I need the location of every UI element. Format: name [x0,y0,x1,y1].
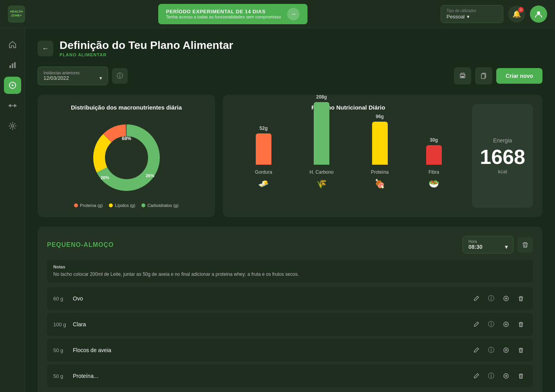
avatar-button[interactable] [530,5,547,23]
meal-title: PEQUENO-ALMOÇO [47,241,114,248]
delete-food-button[interactable] [515,370,527,382]
food-item-proteina: 50 g Proteína... ⓘ [47,365,533,387]
info-food-button[interactable]: ⓘ [485,318,497,330]
info-food-button[interactable]: ⓘ [485,370,497,382]
banner-subtitle: Tenha acesso a todas as funcionalidades … [166,14,281,19]
notifications-button[interactable]: 🔔 1 [508,5,525,23]
logo-area: HEALTH ZONE+ [8,5,25,23]
energy-card: Energia 1668 kcal [472,104,533,208]
sidebar-item-nutrition[interactable] [4,77,21,94]
print-button[interactable] [454,67,471,85]
edit-food-button[interactable] [470,370,482,382]
add-food-button[interactable] [500,318,512,330]
instance-label: Instâncias anteriores [43,71,102,75]
nutrition-title: Resumo Nutricional Diário [232,104,464,111]
food-name: Ovo [73,295,470,302]
info-button[interactable]: ⓘ [112,68,128,84]
sidebar [0,28,25,392]
lipids-dot [109,203,113,207]
time-label: Hora [468,239,508,244]
add-food-button[interactable] [500,370,512,382]
instance-selector[interactable]: Instâncias anteriores 12/03/2022 ▾ [38,67,108,85]
svg-rect-5 [12,63,13,68]
user-type-selector[interactable]: Tipo de utilizador Pessoal ▾ [441,5,503,23]
sidebar-item-settings[interactable] [4,117,21,135]
food-qty: 50 g [53,347,73,353]
info-food-button[interactable]: ⓘ [485,344,497,356]
banner-text: PERÍODO EXPERIMENTAL DE 14 DIAS Tenha ac… [166,9,281,19]
svg-rect-12 [11,105,14,106]
banner-title: PERÍODO EXPERIMENTAL DE 14 DIAS [166,9,281,14]
nutrition-bars-section: Resumo Nutricional Diário 52g Gordura 🧈 … [232,104,464,208]
food-item-clara: 100 g Clara ⓘ [47,313,533,336]
toolbar-left: Instâncias anteriores 12/03/2022 ▾ ⓘ [38,67,128,85]
macro-distribution-card: Distribuição dos macronutrientes diária … [38,95,215,217]
svg-rect-4 [9,65,11,68]
topbar: HEALTH ZONE+ PERÍODO EXPERIMENTAL DE 14 … [0,0,555,28]
svg-rect-8 [9,105,10,106]
svg-point-3 [537,11,540,14]
user-type-label: Tipo de utilizador [447,9,497,13]
donut-container: 68% 20% 26% Proteína (g) Lípidos (g) [47,119,206,208]
food-actions: ⓘ [470,344,527,356]
fibra-bar [426,145,442,165]
carbono-icon: 🌾 [316,179,327,189]
fibra-value: 30g [430,137,438,143]
donut-chart: 68% 20% 26% [87,119,166,197]
energy-label: Energia [493,137,512,144]
bar-carbono: 208g H. Carbono 🌾 [309,94,333,189]
delete-food-button[interactable] [515,318,527,330]
toolbar-row: Instâncias anteriores 12/03/2022 ▾ ⓘ [38,67,542,85]
page-header: ← Definição do Teu Plano Alimentar PLANO… [38,39,542,57]
bar-fibra: 30g Fibra 🥗 [426,137,442,189]
sidebar-item-fitness[interactable] [4,97,21,114]
sidebar-item-home[interactable] [4,36,21,53]
bar-chart: 52g Gordura 🧈 208g H. Carbono 🌾 [232,119,464,189]
add-food-button[interactable] [500,344,512,356]
gordura-label: Gordura [255,169,272,175]
sidebar-item-analytics[interactable] [4,56,21,74]
svg-rect-9 [15,105,16,106]
fibra-label: Fibra [428,169,439,175]
notes-box: Notas No tacho colocar 200ml de Leite, j… [47,260,533,282]
edit-food-button[interactable] [470,293,482,304]
create-new-button[interactable]: Criar novo [496,68,542,84]
add-food-button[interactable] [500,293,512,304]
carbono-label: H. Carbono [309,169,333,175]
delete-food-button[interactable] [515,344,527,356]
nutrition-summary-card: Resumo Nutricional Diário 52g Gordura 🧈 … [223,95,542,217]
topbar-right: Tipo de utilizador Pessoal ▾ 🔔 1 [441,5,547,23]
food-name: Clara [73,321,470,327]
back-button[interactable]: ← [38,41,53,56]
food-actions: ⓘ [470,293,527,304]
legend-carbs: Carboidratos (g) [141,203,178,208]
carbono-value: 208g [316,94,327,100]
lipids-label: Lípidos (g) [115,203,135,208]
meal-section: PEQUENO-ALMOÇO Hora 08:30 ▾ [38,227,542,392]
gordura-icon: 🧈 [258,179,269,189]
food-actions: ⓘ [470,318,527,330]
main-content: ← Definição do Teu Plano Alimentar PLANO… [25,28,555,392]
logo-icon: HEALTH ZONE+ [8,5,25,23]
notes-text: No tacho colocar 200ml de Leite, juntar … [53,271,527,278]
instance-value: 12/03/2022 ▾ [43,75,102,81]
energy-unit: kcal [498,169,507,174]
edit-food-button[interactable] [470,318,482,330]
page-title-block: Definição do Teu Plano Alimentar PLANO A… [60,39,233,57]
trial-banner[interactable]: PERÍODO EXPERIMENTAL DE 14 DIAS Tenha ac… [158,4,308,24]
meal-time-selector[interactable]: Hora 08:30 ▾ [463,236,513,254]
delete-food-button[interactable] [515,293,527,304]
food-item-flocos: 50 g Flocos de aveia ⓘ [47,339,533,361]
food-qty: 100 g [53,322,73,327]
info-food-button[interactable]: ⓘ [485,293,497,304]
food-qty: 50 g [53,373,73,379]
copy-button[interactable] [475,67,492,85]
toolbar-right: Criar novo [454,67,542,85]
meal-delete-button[interactable] [517,237,533,253]
proteina-value: 96g [376,114,384,119]
bar-gordura: 52g Gordura 🧈 [255,126,272,189]
legend-protein: Proteína (g) [74,203,103,208]
proteina-bar [372,122,388,165]
food-qty: 60 g [53,296,73,302]
edit-food-button[interactable] [470,344,482,356]
